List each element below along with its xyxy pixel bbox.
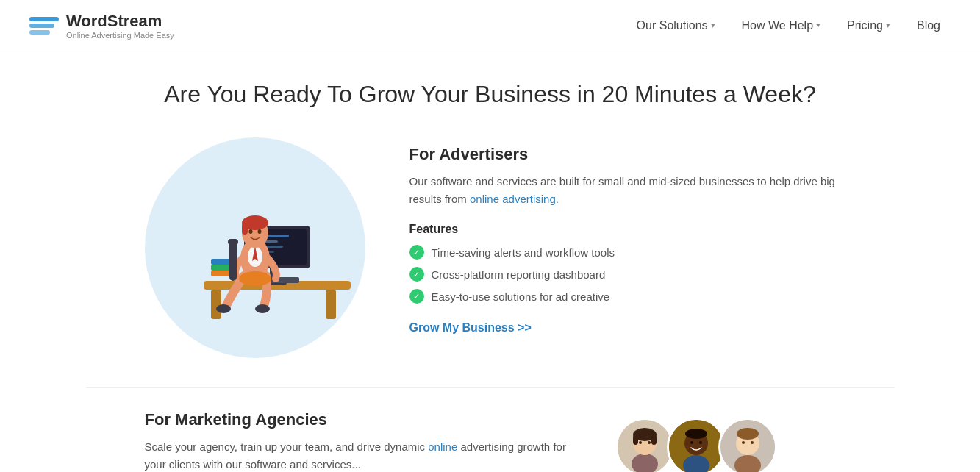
feature-label-1: Time-saving alerts and workflow tools bbox=[432, 246, 615, 259]
svg-point-21 bbox=[248, 229, 252, 234]
main-content: For Advertisers Our software and service… bbox=[86, 123, 895, 387]
svg-rect-1 bbox=[211, 290, 221, 319]
svg-point-34 bbox=[639, 441, 642, 444]
nav-blog[interactable]: Blog bbox=[906, 13, 951, 38]
logo-text: WordStream Online Advertising Made Easy bbox=[66, 12, 174, 40]
wave-3 bbox=[29, 30, 50, 35]
feature-label-3: Easy-to-use solutions for ad creative bbox=[432, 290, 610, 303]
svg-rect-2 bbox=[326, 290, 336, 319]
logo-brand: WordStream bbox=[66, 12, 174, 31]
advertisers-heading: For Advertisers bbox=[409, 145, 836, 164]
svg-point-41 bbox=[699, 441, 702, 444]
svg-point-45 bbox=[737, 428, 759, 440]
feature-item-3: ✓ Easy-to-use solutions for ad creative bbox=[409, 289, 836, 304]
hero-heading: Are You Ready To Grow Your Business in 2… bbox=[0, 51, 980, 123]
svg-point-40 bbox=[690, 441, 693, 444]
check-icon-3: ✓ bbox=[409, 289, 424, 304]
svg-point-23 bbox=[239, 271, 271, 286]
logo-tagline: Online Advertising Made Easy bbox=[66, 31, 174, 40]
agencies-desc-link[interactable]: online bbox=[428, 440, 457, 453]
advertiser-illustration bbox=[145, 137, 365, 358]
main-nav: Our Solutions ▾ How We Help ▾ Pricing ▾ … bbox=[626, 13, 951, 38]
svg-point-47 bbox=[751, 441, 754, 444]
logo[interactable]: WordStream Online Advertising Made Easy bbox=[29, 12, 174, 40]
svg-rect-20 bbox=[242, 223, 248, 235]
svg-rect-25 bbox=[228, 239, 238, 245]
nav-our-solutions-label: Our Solutions bbox=[637, 19, 708, 32]
avatar-2 bbox=[667, 418, 726, 472]
feature-item-1: ✓ Time-saving alerts and workflow tools bbox=[409, 245, 836, 260]
chevron-down-icon: ▾ bbox=[816, 21, 820, 30]
wave-1 bbox=[29, 17, 59, 21]
chevron-down-icon: ▾ bbox=[711, 21, 715, 30]
svg-point-27 bbox=[255, 304, 270, 313]
svg-point-35 bbox=[648, 441, 651, 444]
agencies-description: Scale your agency, train up your team, a… bbox=[145, 438, 571, 472]
svg-rect-33 bbox=[651, 435, 657, 445]
nav-pricing[interactable]: Pricing ▾ bbox=[837, 13, 901, 38]
svg-point-39 bbox=[685, 429, 707, 439]
advertisers-description-link[interactable]: online advertising. bbox=[470, 193, 559, 205]
nav-our-solutions[interactable]: Our Solutions ▾ bbox=[626, 13, 726, 38]
logo-waves bbox=[29, 17, 59, 35]
avatars-wrap bbox=[615, 410, 836, 472]
wave-2 bbox=[29, 24, 54, 28]
agencies-desc-text: Scale your agency, train up your team, a… bbox=[145, 440, 429, 453]
nav-how-we-help[interactable]: How We Help ▾ bbox=[732, 13, 831, 38]
chevron-down-icon: ▾ bbox=[886, 21, 890, 30]
svg-point-22 bbox=[257, 229, 261, 234]
person-at-desk-svg bbox=[160, 152, 351, 343]
nav-how-we-help-label: How We Help bbox=[742, 19, 814, 32]
feature-label-2: Cross-platform reporting dashboard bbox=[432, 268, 606, 281]
grow-my-business-link[interactable]: Grow My Business >> bbox=[409, 321, 532, 334]
avatar-1 bbox=[615, 418, 674, 472]
site-header: WordStream Online Advertising Made Easy … bbox=[0, 0, 980, 51]
bottom-section: For Marketing Agencies Scale your agency… bbox=[86, 387, 895, 472]
advertisers-description: Our software and services are built for … bbox=[409, 173, 836, 208]
feature-list: ✓ Time-saving alerts and workflow tools … bbox=[409, 245, 836, 304]
svg-rect-32 bbox=[633, 435, 638, 445]
features-heading: Features bbox=[409, 223, 836, 236]
check-icon-2: ✓ bbox=[409, 267, 424, 282]
feature-item-2: ✓ Cross-platform reporting dashboard bbox=[409, 267, 836, 282]
svg-rect-24 bbox=[229, 240, 237, 281]
svg-point-46 bbox=[742, 441, 745, 444]
agencies-panel: For Marketing Agencies Scale your agency… bbox=[145, 410, 571, 472]
avatar-3 bbox=[718, 418, 777, 472]
advertisers-panel: For Advertisers Our software and service… bbox=[409, 137, 836, 335]
nav-blog-label: Blog bbox=[917, 19, 940, 32]
nav-pricing-label: Pricing bbox=[847, 19, 883, 32]
svg-point-26 bbox=[216, 304, 231, 313]
check-icon-1: ✓ bbox=[409, 245, 424, 260]
agencies-heading: For Marketing Agencies bbox=[145, 410, 571, 429]
